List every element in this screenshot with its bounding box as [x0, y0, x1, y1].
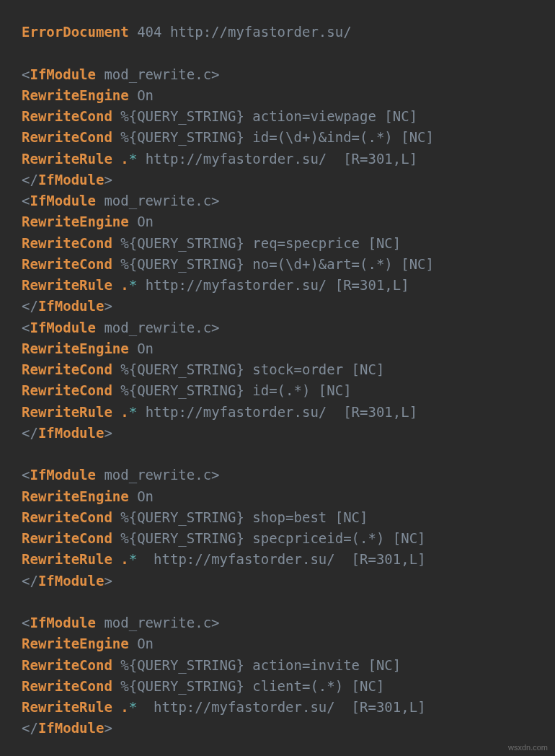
code-token: ErrorDocument	[22, 24, 129, 40]
code-token	[112, 551, 120, 567]
code-token: On	[129, 636, 154, 651]
code-token: </	[22, 573, 38, 589]
code-token: RewriteRule	[22, 699, 112, 715]
code-token: IfModule	[38, 425, 105, 441]
code-token: RewriteCond	[22, 530, 112, 546]
code-token: *	[129, 551, 137, 567]
code-token: RewriteRule	[22, 151, 112, 167]
code-token: %{QUERY_STRING} action=viewpage [NC]	[112, 108, 417, 124]
code-token: %{QUERY_STRING} req=specprice [NC]	[112, 235, 401, 251]
code-token: RewriteRule	[22, 277, 112, 293]
code-token: %{QUERY_STRING} id=(\d+)&ind=(.*) [NC]	[112, 129, 434, 145]
code-token: RewriteCond	[22, 361, 112, 377]
code-token: RewriteRule	[22, 404, 112, 420]
code-token: <	[22, 66, 30, 82]
code-token: >	[104, 172, 112, 188]
code-token: %{QUERY_STRING} id=(.*) [NC]	[112, 382, 352, 398]
code-token: http://myfastorder.su/ [R=301,L]	[137, 151, 417, 167]
code-token: %{QUERY_STRING} shop=best [NC]	[112, 509, 368, 525]
code-token: >	[104, 425, 112, 441]
code-token: *	[129, 277, 137, 293]
code-token: </	[22, 425, 38, 441]
code-token: %{QUERY_STRING} stock=order [NC]	[112, 361, 385, 377]
code-token: RewriteCond	[22, 382, 112, 398]
code-token: <	[22, 467, 30, 483]
code-block: ErrorDocument 404 http://myfastorder.su/…	[0, 0, 555, 756]
code-token: mod_rewrite.c>	[96, 66, 220, 82]
code-token: *	[129, 404, 137, 420]
code-token: IfModule	[30, 615, 96, 630]
code-token	[112, 151, 120, 167]
code-token: IfModule	[38, 172, 105, 188]
code-token: >	[104, 298, 112, 314]
watermark: wsxdn.com	[508, 743, 548, 752]
code-token: RewriteEngine	[22, 214, 129, 229]
code-token: <	[22, 193, 30, 208]
code-token: On	[129, 214, 154, 229]
code-token: IfModule	[30, 467, 96, 483]
code-token: On	[129, 87, 154, 103]
code-token: .	[120, 551, 128, 567]
code-token: http://myfastorder.su/ [R=301,L]	[137, 551, 425, 567]
code-token: IfModule	[38, 298, 105, 314]
code-token: RewriteEngine	[22, 87, 129, 103]
code-token: mod_rewrite.c>	[96, 320, 220, 335]
code-token: On	[129, 340, 154, 356]
code-token: RewriteEngine	[22, 636, 129, 651]
code-token	[112, 699, 120, 715]
code-token: >	[104, 573, 112, 589]
code-token: IfModule	[30, 193, 96, 208]
code-token: >	[104, 720, 112, 736]
code-token: RewriteCond	[22, 657, 112, 673]
code-token: <	[22, 320, 30, 335]
code-token: .	[120, 699, 128, 715]
code-token: RewriteCond	[22, 235, 112, 251]
code-token: RewriteRule	[22, 551, 112, 567]
code-token: </	[22, 172, 38, 188]
code-token: http://myfastorder.su/ [R=301,L]	[137, 277, 409, 293]
code-token: http://myfastorder.su/ [R=301,L]	[137, 699, 425, 715]
code-token: RewriteCond	[22, 509, 112, 525]
code-token: .	[120, 151, 128, 167]
code-token: IfModule	[30, 66, 96, 82]
code-token: *	[129, 151, 137, 167]
code-token: IfModule	[38, 720, 105, 736]
code-token	[112, 277, 120, 293]
code-token: .	[120, 404, 128, 420]
code-token: RewriteCond	[22, 678, 112, 694]
code-token	[112, 404, 120, 420]
code-token: RewriteCond	[22, 108, 112, 124]
code-token: 404 http://myfastorder.su/	[129, 24, 352, 40]
code-token: IfModule	[38, 573, 105, 589]
code-token: RewriteEngine	[22, 340, 129, 356]
code-token: RewriteCond	[22, 256, 112, 272]
code-token: mod_rewrite.c>	[96, 467, 220, 483]
code-token: </	[22, 298, 38, 314]
code-token: %{QUERY_STRING} specpriceid=(.*) [NC]	[112, 530, 426, 546]
code-token: %{QUERY_STRING} client=(.*) [NC]	[112, 678, 385, 694]
code-token: mod_rewrite.c>	[96, 193, 220, 208]
code-token: *	[129, 699, 137, 715]
code-token: On	[129, 488, 154, 504]
code-token: RewriteEngine	[22, 488, 129, 504]
code-token: </	[22, 720, 38, 736]
code-token: mod_rewrite.c>	[96, 615, 220, 630]
code-token: %{QUERY_STRING} no=(\d+)&art=(.*) [NC]	[112, 256, 434, 272]
code-token: .	[120, 277, 128, 293]
code-token: <	[22, 615, 30, 630]
code-token: RewriteCond	[22, 129, 112, 145]
code-token: http://myfastorder.su/ [R=301,L]	[137, 404, 417, 420]
code-token: IfModule	[30, 320, 96, 335]
code-token: %{QUERY_STRING} action=invite [NC]	[112, 657, 401, 673]
